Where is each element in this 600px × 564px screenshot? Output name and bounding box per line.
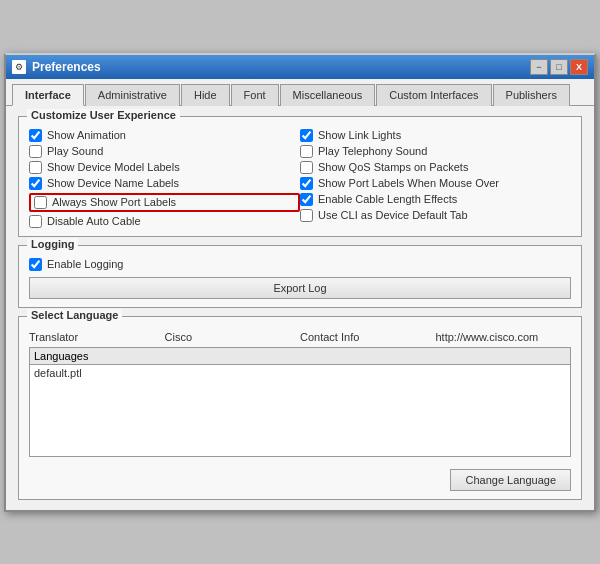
app-icon: ⚙ xyxy=(12,60,26,74)
language-title: Select Language xyxy=(27,309,122,321)
disable-auto-cable-checkbox[interactable] xyxy=(29,215,42,228)
enable-logging-checkbox[interactable] xyxy=(29,258,42,271)
play-telephony-row: Play Telephony Sound xyxy=(300,145,571,158)
right-options: Show Link Lights Play Telephony Sound Sh… xyxy=(300,129,571,228)
show-device-name-label: Show Device Name Labels xyxy=(47,177,179,189)
always-show-port-row: Always Show Port Labels xyxy=(29,193,300,212)
lang-row-default: default.ptl xyxy=(30,365,570,381)
tab-bar: Interface Administrative Hide Font Misce… xyxy=(6,79,594,106)
enable-logging-row: Enable Logging xyxy=(29,258,571,271)
maximize-button[interactable]: □ xyxy=(550,59,568,75)
logging-content: Enable Logging Export Log xyxy=(29,258,571,299)
show-animation-row: Show Animation xyxy=(29,129,300,142)
window-controls: − □ X xyxy=(530,59,588,75)
language-section: Select Language Translator Cisco Contact… xyxy=(18,316,582,500)
use-cli-row: Use CLI as Device Default Tab xyxy=(300,209,571,222)
show-qos-checkbox[interactable] xyxy=(300,161,313,174)
enable-cable-length-checkbox[interactable] xyxy=(300,193,313,206)
title-bar-left: ⚙ Preferences xyxy=(12,60,101,74)
show-device-model-checkbox[interactable] xyxy=(29,161,42,174)
show-animation-checkbox[interactable] xyxy=(29,129,42,142)
disable-auto-cable-row: Disable Auto Cable xyxy=(29,215,300,228)
use-cli-checkbox[interactable] xyxy=(300,209,313,222)
enable-cable-length-label: Enable Cable Length Effects xyxy=(318,193,457,205)
play-sound-label: Play Sound xyxy=(47,145,103,157)
language-list[interactable]: Languages default.ptl xyxy=(29,347,571,457)
left-options: Show Animation Play Sound Show Device Mo… xyxy=(29,129,300,228)
show-qos-row: Show QoS Stamps on Packets xyxy=(300,161,571,174)
always-show-port-label: Always Show Port Labels xyxy=(52,196,176,208)
enable-cable-length-row: Enable Cable Length Effects xyxy=(300,193,571,206)
user-experience-title: Customize User Experience xyxy=(27,109,180,121)
disable-auto-cable-label: Disable Auto Cable xyxy=(47,215,141,227)
export-log-button[interactable]: Export Log xyxy=(29,277,571,299)
lang-col-contact: Contact Info xyxy=(300,331,436,343)
show-port-labels-row: Show Port Labels When Mouse Over xyxy=(300,177,571,190)
close-button[interactable]: X xyxy=(570,59,588,75)
lang-list-header: Languages xyxy=(30,348,570,365)
lang-col-cisco: Cisco xyxy=(165,331,301,343)
tab-hide[interactable]: Hide xyxy=(181,84,230,106)
show-animation-label: Show Animation xyxy=(47,129,126,141)
language-header: Translator Cisco Contact Info http://www… xyxy=(29,331,571,343)
show-device-model-row: Show Device Model Labels xyxy=(29,161,300,174)
user-experience-section: Customize User Experience Show Animation… xyxy=(18,116,582,237)
show-link-lights-checkbox[interactable] xyxy=(300,129,313,142)
logging-section: Logging Enable Logging Export Log xyxy=(18,245,582,308)
show-qos-label: Show QoS Stamps on Packets xyxy=(318,161,468,173)
window-title: Preferences xyxy=(32,60,101,74)
tab-interface[interactable]: Interface xyxy=(12,84,84,106)
logging-title: Logging xyxy=(27,238,78,250)
tab-administrative[interactable]: Administrative xyxy=(85,84,180,106)
always-show-port-checkbox[interactable] xyxy=(34,196,47,209)
tab-publishers[interactable]: Publishers xyxy=(493,84,570,106)
lang-col-translator: Translator xyxy=(29,331,165,343)
tab-miscellaneous[interactable]: Miscellaneous xyxy=(280,84,376,106)
play-telephony-label: Play Telephony Sound xyxy=(318,145,427,157)
lang-header-languages: Languages xyxy=(34,350,566,362)
play-telephony-checkbox[interactable] xyxy=(300,145,313,158)
show-device-model-label: Show Device Model Labels xyxy=(47,161,180,173)
user-experience-content: Show Animation Play Sound Show Device Mo… xyxy=(29,129,571,228)
show-device-name-checkbox[interactable] xyxy=(29,177,42,190)
show-port-labels-label: Show Port Labels When Mouse Over xyxy=(318,177,499,189)
show-port-labels-checkbox[interactable] xyxy=(300,177,313,190)
play-sound-checkbox[interactable] xyxy=(29,145,42,158)
use-cli-label: Use CLI as Device Default Tab xyxy=(318,209,468,221)
minimize-button[interactable]: − xyxy=(530,59,548,75)
tab-content: Customize User Experience Show Animation… xyxy=(6,106,594,510)
lang-col-url: http://www.cisco.com xyxy=(436,331,572,343)
show-device-name-row: Show Device Name Labels xyxy=(29,177,300,190)
tab-font[interactable]: Font xyxy=(231,84,279,106)
play-sound-row: Play Sound xyxy=(29,145,300,158)
title-bar: ⚙ Preferences − □ X xyxy=(6,55,594,79)
show-link-lights-row: Show Link Lights xyxy=(300,129,571,142)
tab-custom-interfaces[interactable]: Custom Interfaces xyxy=(376,84,491,106)
change-language-button[interactable]: Change Language xyxy=(450,469,571,491)
preferences-window: ⚙ Preferences − □ X Interface Administra… xyxy=(4,53,596,512)
enable-logging-label: Enable Logging xyxy=(47,258,123,270)
show-link-lights-label: Show Link Lights xyxy=(318,129,401,141)
